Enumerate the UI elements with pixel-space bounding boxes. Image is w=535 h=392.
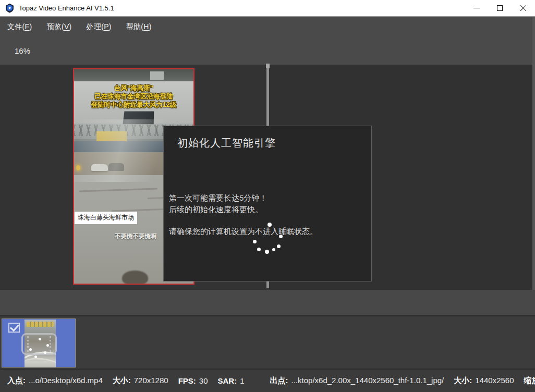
- status-in-point: 入点:...o/Desktop/x6d.mp4: [7, 376, 103, 386]
- close-button[interactable]: [512, 0, 535, 16]
- menu-preview[interactable]: 预览(V): [46, 22, 71, 32]
- status-output-size: 大小:1440x2560: [454, 376, 514, 386]
- bottom-toolbar: 计算 ETA...: [0, 290, 535, 315]
- maximize-icon: [497, 5, 503, 11]
- status-out-point: 出点:...ktop/x6d_2.00x_1440x2560_thf-1.0.1…: [270, 376, 444, 386]
- video-news-caption: 台风“海高斯” 已在珠海市金湾区沿海登陆 登陆时中心附近最大风力12级: [74, 84, 193, 109]
- window-controls: [465, 0, 535, 16]
- minimize-button[interactable]: [465, 0, 488, 16]
- status-scale: 缩放:200%: [524, 376, 535, 386]
- menu-process[interactable]: 处理(P): [87, 22, 112, 32]
- init-engine-dialog: 初始化人工智能引擎 第一次可能需要长达5分钟！ 后续的初始化速度将更快。 请确保…: [163, 126, 372, 281]
- compare-divider-handle[interactable]: [266, 64, 270, 68]
- video-location-label: 珠海白藤头海鲜市场: [75, 212, 137, 224]
- status-fps: FPS:30: [178, 376, 208, 385]
- status-input-size: 大小:720x1280: [113, 376, 168, 386]
- dialog-body: 第一次可能需要长达5分钟！ 后续的初始化速度将更快。 请确保您的计算机设置为不进…: [169, 192, 318, 237]
- video-canopy: [74, 69, 193, 81]
- video-selected-checkbox[interactable]: [8, 323, 20, 333]
- close-icon: [520, 5, 527, 11]
- menu-bar: 文件(F) 预览(V) 处理(P) 帮助(H): [0, 17, 535, 38]
- video-sub-caption: 不要慌不要慌啊: [115, 232, 157, 240]
- video-queue-item[interactable]: [2, 318, 76, 368]
- zoom-level-value: 16%: [15, 46, 30, 55]
- app-logo-icon: [5, 3, 15, 13]
- minimize-icon: [473, 8, 480, 8]
- window-title: Topaz Video Enhance AI V1.5.1: [19, 4, 114, 12]
- status-bar: 入点:...o/Desktop/x6d.mp4 大小:720x1280 FPS:…: [0, 369, 535, 392]
- maximize-button[interactable]: [488, 0, 512, 16]
- menu-file[interactable]: 文件(F): [7, 22, 32, 32]
- video-clip-icon: [21, 333, 57, 355]
- dialog-title: 初始化人工智能引擎: [177, 136, 276, 150]
- app-window: Topaz Video Enhance AI V1.5.1 文件(F) 预览(V…: [0, 0, 535, 392]
- menu-help[interactable]: 帮助(H): [126, 22, 152, 32]
- playback-toolbar: 16% / 357 [ : ]: [0, 38, 535, 65]
- video-queue-strip: [0, 315, 535, 369]
- preview-area: 台风“海高斯” 已在珠海市金湾区沿海登陆 登陆时中心附近最大风力12级 珠海白藤…: [0, 65, 535, 290]
- title-bar: Topaz Video Enhance AI V1.5.1: [0, 0, 535, 17]
- status-sar: SAR:1: [218, 376, 245, 385]
